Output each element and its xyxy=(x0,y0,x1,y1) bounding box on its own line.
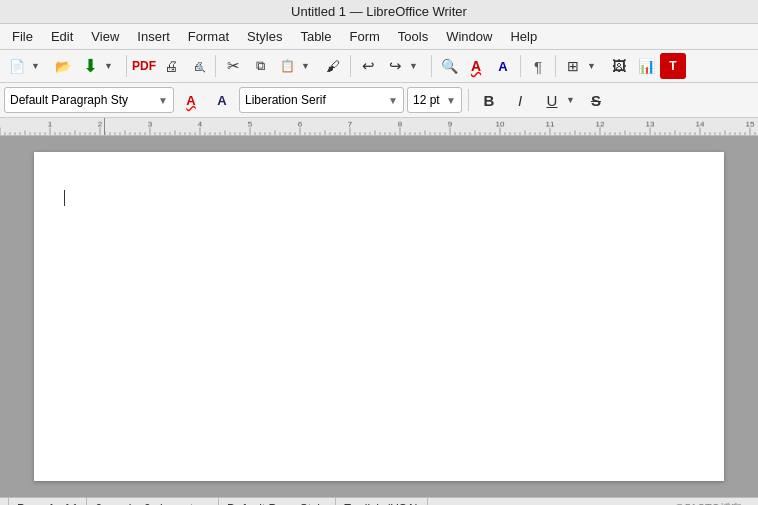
menu-styles[interactable]: Styles xyxy=(239,26,290,47)
paste-dropdown-arrow-icon: ▼ xyxy=(301,61,310,71)
separator-6 xyxy=(555,55,556,77)
separator-5 xyxy=(520,55,521,77)
menu-file[interactable]: File xyxy=(4,26,41,47)
page-count-segment: Page 1 of 1 xyxy=(8,498,87,505)
spellcheck-inline-button[interactable]: A xyxy=(177,87,205,113)
print-icon: 🖨 xyxy=(164,58,178,74)
ruler xyxy=(0,118,758,136)
separator-1 xyxy=(126,55,127,77)
page-style: Default Page Style xyxy=(227,502,326,506)
menu-view[interactable]: View xyxy=(83,26,127,47)
autocorrect-icon: A xyxy=(498,59,507,74)
insert-chart-button[interactable]: 📊 xyxy=(633,53,659,79)
menu-tools[interactable]: Tools xyxy=(390,26,436,47)
title-bar: Untitled 1 — LibreOffice Writer xyxy=(0,0,758,24)
underline-button[interactable]: U xyxy=(538,87,566,113)
undo-dropdown[interactable]: ▼ xyxy=(409,53,427,79)
menu-format[interactable]: Format xyxy=(180,26,237,47)
save-dropdown-arrow-icon: ▼ xyxy=(104,61,113,71)
underline-icon: U xyxy=(547,92,558,109)
font-size-dropdown[interactable]: 12 pt ▼ xyxy=(407,87,462,113)
new-dropdown-arrow-icon: ▼ xyxy=(31,61,40,71)
spellcheck-button[interactable]: A xyxy=(463,53,489,79)
clone-format-button[interactable]: 🖌 xyxy=(320,53,346,79)
fmt-sep-1 xyxy=(468,89,469,111)
menu-insert[interactable]: Insert xyxy=(129,26,178,47)
language-label: English (USA) xyxy=(344,502,419,506)
separator-2 xyxy=(215,55,216,77)
undo-dropdown-arrow-icon: ▼ xyxy=(409,61,418,71)
copy-button[interactable]: ⧉ xyxy=(247,53,273,79)
document-area[interactable] xyxy=(0,136,758,497)
bold-button[interactable]: B xyxy=(475,87,503,113)
cut-icon: ✂ xyxy=(227,57,240,75)
insert-table-button[interactable]: ⊞ xyxy=(560,53,586,79)
find-button[interactable]: 🔍 xyxy=(436,53,462,79)
font-size-arrow-icon: ▼ xyxy=(446,95,456,106)
save-button[interactable]: ⬇ xyxy=(77,53,103,79)
format-toolbar: Default Paragraph Sty ▼ A A Liberation S… xyxy=(0,83,758,118)
separator-4 xyxy=(431,55,432,77)
insert-textbox-icon: T xyxy=(669,59,676,73)
clone-format-icon: 🖌 xyxy=(326,58,340,74)
nonprint-icon: ¶ xyxy=(534,58,542,75)
italic-icon: I xyxy=(518,92,522,109)
autocorrect-button[interactable]: A xyxy=(490,53,516,79)
find-icon: 🔍 xyxy=(441,58,458,74)
undo-icon: ↩ xyxy=(362,57,375,75)
new-dropdown[interactable]: ▼ xyxy=(31,53,49,79)
insert-chart-icon: 📊 xyxy=(638,58,655,74)
redo-button[interactable]: ↪ xyxy=(382,53,408,79)
save-icon: ⬇ xyxy=(83,55,98,77)
menu-bar: File Edit View Insert Format Styles Tabl… xyxy=(0,24,758,50)
open-button[interactable]: 📂 xyxy=(50,53,76,79)
italic-button[interactable]: I xyxy=(506,87,534,113)
insert-textbox-button[interactable]: T xyxy=(660,53,686,79)
cut-button[interactable]: ✂ xyxy=(220,53,246,79)
save-dropdown[interactable]: ▼ xyxy=(104,53,122,79)
word-count: 0 words, 0 characters xyxy=(95,502,210,506)
menu-edit[interactable]: Edit xyxy=(43,26,81,47)
table-dropdown-arrow-icon: ▼ xyxy=(587,61,596,71)
insert-image-icon: 🖼 xyxy=(612,58,626,74)
ruler-canvas xyxy=(0,118,758,135)
language-segment[interactable]: English (USA) xyxy=(336,498,428,505)
print-button[interactable]: 🖨 xyxy=(158,53,184,79)
export-pdf-icon: PDF xyxy=(132,59,156,73)
paragraph-style-dropdown[interactable]: Default Paragraph Sty ▼ xyxy=(4,87,174,113)
underline-group[interactable]: U ▼ xyxy=(537,86,579,114)
paste-dropdown[interactable]: ▼ xyxy=(301,53,319,79)
separator-3 xyxy=(350,55,351,77)
print-preview-icon: 🖨🔍 xyxy=(193,59,204,73)
page-count: Page 1 of 1 xyxy=(17,502,78,506)
redo-icon: ↪ xyxy=(389,57,402,75)
menu-form[interactable]: Form xyxy=(341,26,387,47)
font-name-dropdown[interactable]: Liberation Serif ▼ xyxy=(239,87,404,113)
menu-table[interactable]: Table xyxy=(292,26,339,47)
paste-icon: 📋 xyxy=(280,59,295,73)
autocorrect-inline-button[interactable]: A xyxy=(208,87,236,113)
window-title: Untitled 1 — LibreOffice Writer xyxy=(291,4,467,19)
paragraph-style-value: Default Paragraph Sty xyxy=(10,93,128,107)
open-icon: 📂 xyxy=(55,59,71,74)
bold-icon: B xyxy=(484,92,495,109)
table-dropdown[interactable]: ▼ xyxy=(587,53,605,79)
document-page[interactable] xyxy=(34,152,724,481)
spellcheck-icon: A xyxy=(471,58,481,74)
strikethrough-icon: S xyxy=(591,92,601,109)
strikethrough-button[interactable]: S xyxy=(582,87,610,113)
font-size-value: 12 pt xyxy=(413,93,440,107)
print-preview-button[interactable]: 🖨🔍 xyxy=(185,53,211,79)
nonprinting-button[interactable]: ¶ xyxy=(525,53,551,79)
copy-icon: ⧉ xyxy=(256,58,265,74)
insert-table-icon: ⊞ xyxy=(567,58,579,74)
menu-window[interactable]: Window xyxy=(438,26,500,47)
undo-button[interactable]: ↩ xyxy=(355,53,381,79)
font-name-arrow-icon: ▼ xyxy=(388,95,398,106)
watermark: @51CTO博客 xyxy=(666,501,750,505)
menu-help[interactable]: Help xyxy=(502,26,545,47)
export-pdf-button[interactable]: PDF xyxy=(131,53,157,79)
new-button[interactable]: 📄 xyxy=(4,53,30,79)
paste-button[interactable]: 📋 xyxy=(274,53,300,79)
insert-image-button[interactable]: 🖼 xyxy=(606,53,632,79)
